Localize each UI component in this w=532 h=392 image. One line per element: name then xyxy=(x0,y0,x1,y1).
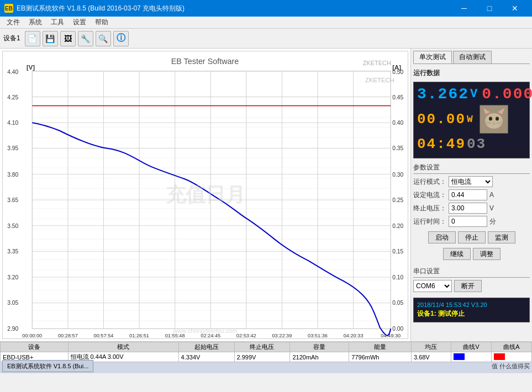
svg-text:04:20:33: 04:20:33 xyxy=(344,333,364,338)
svg-text:4.25: 4.25 xyxy=(7,94,18,100)
svg-text:0.00: 0.00 xyxy=(392,326,403,332)
time-seconds: 03 xyxy=(467,136,486,152)
svg-text:00:57:54: 00:57:54 xyxy=(94,333,114,338)
svg-point-99 xyxy=(489,117,492,121)
time-param-label: 运行时间： xyxy=(413,217,446,226)
save-button[interactable]: 💾 xyxy=(43,31,58,46)
col-energy: 能量 xyxy=(349,342,412,352)
mode-row: 运行模式： 恒电流 xyxy=(413,176,530,187)
svg-text:4.40: 4.40 xyxy=(7,69,18,75)
search-button[interactable]: 🔍 xyxy=(96,31,111,46)
running-data-title: 运行数据 xyxy=(413,68,530,78)
chart-area: ZKETECH 充值日月 www.chongdiontou.com EB Tes… xyxy=(2,51,408,339)
svg-text:04:49:30: 04:49:30 xyxy=(381,333,401,338)
stop-button[interactable]: 停止 xyxy=(458,231,486,243)
voltage-unit: V xyxy=(470,87,478,101)
adjust-button[interactable]: 调整 xyxy=(473,248,501,260)
svg-text:02:53:42: 02:53:42 xyxy=(236,333,256,338)
disconnect-button[interactable]: 断开 xyxy=(454,280,482,292)
svg-text:3.95: 3.95 xyxy=(7,145,18,151)
svg-text:[A]: [A] xyxy=(392,64,401,71)
running-data-panel: 3.262 V 0.000 A 00.00 W xyxy=(413,82,530,158)
params-title: 参数设置 xyxy=(413,163,530,174)
current-unit-label: A xyxy=(489,191,494,199)
monitor-button[interactable]: 监测 xyxy=(488,231,515,243)
menu-settings[interactable]: 设置 xyxy=(69,17,91,28)
svg-text:3.80: 3.80 xyxy=(7,172,18,178)
svg-text:2.90: 2.90 xyxy=(7,326,18,332)
svg-text:4.10: 4.10 xyxy=(7,120,18,126)
continue-button[interactable]: 继续 xyxy=(443,248,471,260)
svg-text:00:28:57: 00:28:57 xyxy=(58,333,78,338)
time-input[interactable] xyxy=(449,216,487,227)
col-avg-v: 均压 xyxy=(411,342,451,352)
power-display: 00.00 xyxy=(417,111,466,128)
menu-system[interactable]: 系统 xyxy=(24,17,46,28)
cell-avg-v: 3.68V xyxy=(411,352,451,362)
svg-text:01:55:48: 01:55:48 xyxy=(165,333,185,338)
mode-select[interactable]: 恒电流 xyxy=(449,176,493,187)
menu-help[interactable]: 帮助 xyxy=(91,17,113,28)
com-section: 串口设置 COM6 断开 xyxy=(413,267,530,292)
toolbar: 设备1 📄 💾 🖼 🔧 🔍 ⓘ xyxy=(0,29,532,49)
svg-text:02:24:45: 02:24:45 xyxy=(201,333,220,338)
minimize-button[interactable]: ─ xyxy=(451,0,477,17)
info-button[interactable]: ⓘ xyxy=(113,31,129,46)
status-timestamp: 2018/11/4 15:53:42 V3.20 xyxy=(417,301,526,308)
svg-text:[V]: [V] xyxy=(27,64,35,71)
current-input[interactable] xyxy=(449,189,487,200)
start-button[interactable]: 启动 xyxy=(428,231,456,243)
col-curve-a: 曲线A xyxy=(491,342,531,352)
tab-single[interactable]: 单次测试 xyxy=(413,51,452,63)
time-row: 04:49 03 xyxy=(417,136,526,152)
svg-text:3.65: 3.65 xyxy=(7,197,18,203)
svg-text:00:00:00: 00:00:00 xyxy=(22,333,42,338)
title-bar-left: EB EB测试系统软件 V1.8.5 (Build 2016-03-07 充电头… xyxy=(4,4,185,13)
svg-text:3.50: 3.50 xyxy=(7,223,18,229)
voltage-label: 终止电压： xyxy=(413,204,446,213)
data-table: 设备 模式 起始电压 终止电压 容量 能量 均压 曲线V 曲线A EBD-USB… xyxy=(0,342,532,362)
svg-text:0.40: 0.40 xyxy=(392,120,403,126)
taskbar-app-button[interactable]: EB测试系统软件 V1.8.5 (Bui... xyxy=(2,360,93,372)
image-button[interactable]: 🖼 xyxy=(60,31,76,46)
curve-a-color xyxy=(494,353,505,360)
svg-text:3.20: 3.20 xyxy=(7,274,18,280)
svg-point-100 xyxy=(496,117,499,121)
svg-text:0.35: 0.35 xyxy=(392,145,403,151)
tab-auto[interactable]: 自动测试 xyxy=(453,51,492,63)
bottom-table-area: 设备 模式 起始电压 终止电压 容量 能量 均压 曲线V 曲线A EBD-USB… xyxy=(0,341,532,358)
close-button[interactable]: ✕ xyxy=(502,0,528,17)
voltage-unit-label: V xyxy=(489,204,494,212)
maximize-button[interactable]: □ xyxy=(477,0,502,17)
voltage-input[interactable] xyxy=(449,203,487,214)
svg-text:0.20: 0.20 xyxy=(392,223,403,229)
time-param-row: 运行时间： 分 xyxy=(413,216,530,227)
status-message: 设备1: 测试停止 xyxy=(417,309,526,319)
mode-label: 运行模式： xyxy=(413,177,446,187)
svg-point-94 xyxy=(485,113,503,129)
new-button[interactable]: 📄 xyxy=(25,31,40,46)
status-display: 2018/11/4 15:53:42 V3.20 设备1: 测试停止 xyxy=(413,298,530,322)
chart-logo: ZKETECH xyxy=(363,60,391,66)
voltage-display: 3.262 xyxy=(417,86,469,103)
window-controls: ─ □ ✕ xyxy=(451,0,528,17)
voltage-row: 终止电压： V xyxy=(413,203,530,214)
menu-bar: 文件 系统 工具 设置 帮助 xyxy=(0,17,532,29)
col-end-v: 终止电压 xyxy=(234,342,290,352)
svg-text:0.25: 0.25 xyxy=(392,197,403,203)
col-mode: 模式 xyxy=(68,342,178,352)
buttons-row2: 继续 调整 xyxy=(413,248,530,260)
time-display: 04:49 xyxy=(417,136,466,152)
menu-file[interactable]: 文件 xyxy=(2,17,24,28)
curve-v-color xyxy=(454,353,465,360)
com-select[interactable]: COM6 xyxy=(413,280,452,292)
svg-text:03:51:36: 03:51:36 xyxy=(308,333,328,338)
params-section: 参数设置 运行模式： 恒电流 设定电流： A 终止电压： V xyxy=(413,163,530,229)
chart-svg: EB Tester Software xyxy=(3,51,408,339)
taskbar-brand: 值 什么值得买 xyxy=(492,362,530,370)
com-title: 串口设置 xyxy=(413,267,530,278)
menu-tools[interactable]: 工具 xyxy=(46,17,69,28)
power-unit: W xyxy=(467,114,474,125)
tools-button[interactable]: 🔧 xyxy=(78,31,93,46)
power-row: 00.00 W xyxy=(417,105,526,134)
